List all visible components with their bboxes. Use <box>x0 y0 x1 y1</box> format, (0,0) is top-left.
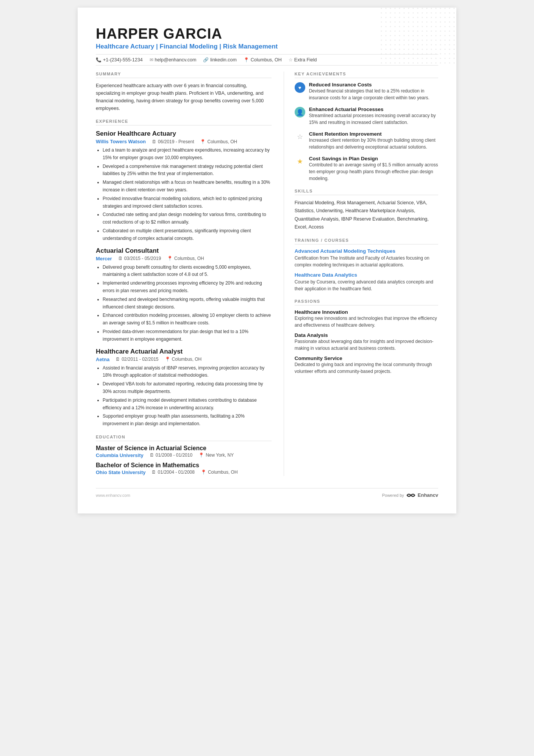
contact-phone: 📞 +1-(234)-555-1234 <box>96 57 143 63</box>
candidate-title: Healthcare Actuary | Financial Modeling … <box>96 43 438 50</box>
job-location-1: 📍 Columbus, OH <box>200 139 237 144</box>
achievement-3: ☆ Client Retention Improvement Increased… <box>295 131 438 150</box>
skills-section-title: SKILLS <box>295 189 438 195</box>
cal-edu-2: 🗓 <box>151 470 156 475</box>
star-icon: ☆ <box>289 57 293 63</box>
enhancv-logo-icon <box>406 492 415 498</box>
contact-email: ✉ help@enhancv.com <box>150 57 197 63</box>
edu-school-1: Columbia University <box>96 452 144 458</box>
experience-section-title: EXPERIENCE <box>96 119 272 125</box>
training-desc-2: Course by Coursera, covering advanced da… <box>295 279 438 292</box>
job-title-2: Actuarial Consultant <box>96 247 272 255</box>
achievement-title-2: Enhanced Actuarial Processes <box>309 106 438 112</box>
candidate-name: HARPER GARCIA <box>96 26 438 42</box>
job-location-2: 📍 Columbus, OH <box>167 256 204 261</box>
link-icon: 🔗 <box>203 57 209 63</box>
passion-desc-1: Exploring new innovations and technologi… <box>295 315 438 329</box>
edu-degree-2: Bachelor of Science in Mathematics <box>96 462 272 469</box>
footer-brand: Powered by Enhancv <box>382 492 438 498</box>
summary-text: Experienced healthcare actuary with over… <box>96 82 272 112</box>
job-dates-2: 🗓 03/2015 - 05/2019 <box>118 256 161 261</box>
edu-location-1: 📍 New York, NY <box>198 452 234 458</box>
achievement-icon-4: ★ <box>295 156 305 167</box>
job-bullets-3: Assisted in financial analysis of IBNP r… <box>96 365 272 428</box>
edu-meta-2: Ohio State University 🗓 01/2004 - 01/200… <box>96 470 272 475</box>
job-bullets-2: Delivered group benefit consulting for c… <box>96 264 272 343</box>
job-company-3: Aetna <box>96 357 109 362</box>
achievements-section-title: KEY ACHIEVEMENTS <box>295 72 438 78</box>
achievement-4: ★ Cost Savings in Plan Design Contribute… <box>295 156 438 182</box>
bullet: Delivered group benefit consulting for c… <box>103 264 272 279</box>
edu-meta-1: Columbia University 🗓 01/2008 - 01/2010 … <box>96 452 272 458</box>
job-title-1: Senior Healthcare Actuary <box>96 130 272 138</box>
pin-icon-2: 📍 <box>167 256 173 261</box>
bullet: Researched and developed benchmarking re… <box>103 296 272 311</box>
achievement-title-4: Cost Savings in Plan Design <box>309 156 438 161</box>
achievement-content-2: Enhanced Actuarial Processes Streamlined… <box>309 106 438 126</box>
edu-dates-2: 🗓 01/2004 - 01/2008 <box>151 470 194 475</box>
job-meta-1: Willis Towers Watson 🗓 06/2019 - Present… <box>96 139 272 144</box>
passion-desc-2: Passionate about leveraging data for ins… <box>295 338 438 352</box>
location-icon: 📍 <box>244 57 249 63</box>
cal-icon-3: 🗓 <box>116 357 120 362</box>
cal-icon-2: 🗓 <box>118 256 123 261</box>
email-icon: ✉ <box>150 57 153 63</box>
achievement-content-4: Cost Savings in Plan Design Contributed … <box>309 156 438 182</box>
job-company-1: Willis Towers Watson <box>96 139 146 144</box>
achievement-title-1: Reduced Insurance Costs <box>309 82 438 88</box>
contact-location: 📍 Columbus, OH <box>244 57 282 63</box>
cal-edu-1: 🗓 <box>150 452 154 458</box>
achievement-1: ♥ Reduced Insurance Costs Devised financ… <box>295 82 438 101</box>
page-footer: www.enhancv.com Powered by Enhancv <box>96 488 438 498</box>
powered-by-label: Powered by <box>382 493 404 498</box>
footer-website: www.enhancv.com <box>96 493 130 498</box>
bullet: Implemented underwriting processes impro… <box>103 280 272 295</box>
bullet: Provided data-driven recommendations for… <box>103 328 272 343</box>
achievement-desc-1: Devised financial strategies that led to… <box>309 88 438 101</box>
pin-icon-1: 📍 <box>200 139 206 144</box>
passions-section-title: PASSIONS <box>295 299 438 305</box>
bullet: Conducted rate setting and plan design m… <box>103 211 272 226</box>
bullet: Assisted in financial analysis of IBNP r… <box>103 365 272 380</box>
achievement-2: 👤 Enhanced Actuarial Processes Streamlin… <box>295 106 438 126</box>
right-column: KEY ACHIEVEMENTS ♥ Reduced Insurance Cos… <box>284 72 438 476</box>
job-location-3: 📍 Columbus, OH <box>165 357 202 362</box>
achievement-title-3: Client Retention Improvement <box>309 131 438 137</box>
resume-page: HARPER GARCIA Healthcare Actuary | Finan… <box>78 8 456 513</box>
edu-location-2: 📍 Columbus, OH <box>201 470 238 475</box>
contact-linkedin: 🔗 linkedin.com <box>203 57 236 63</box>
job-meta-2: Mercer 🗓 03/2015 - 05/2019 📍 Columbus, O… <box>96 256 272 261</box>
passion-title-2: Data Analysis <box>295 332 438 338</box>
skills-text: Financial Modeling, Risk Management, Act… <box>295 199 438 231</box>
contact-extra: ☆ Extra Field <box>289 57 317 63</box>
job-title-3: Healthcare Actuarial Analyst <box>96 348 272 355</box>
summary-section-title: SUMMARY <box>96 72 272 78</box>
bullet: Collaborated on multiple client presenta… <box>103 227 272 243</box>
bullet: Developed a comprehensive risk managemen… <box>103 163 272 178</box>
pin-edu-1: 📍 <box>198 452 204 458</box>
body-columns: SUMMARY Experienced healthcare actuary w… <box>96 72 438 476</box>
bullet: Supported employer group health plan ass… <box>103 413 272 428</box>
achievement-content-1: Reduced Insurance Costs Devised financia… <box>309 82 438 101</box>
training-desc-1: Certification from The Institute and Fac… <box>295 255 438 268</box>
education-section-title: EDUCATION <box>96 435 272 441</box>
bullet: Developed VBA tools for automated report… <box>103 380 272 396</box>
left-column: SUMMARY Experienced healthcare actuary w… <box>96 72 272 476</box>
bullet: Provided innovative financial modelling … <box>103 195 272 210</box>
edu-school-2: Ohio State University <box>96 470 145 475</box>
bullet: Participated in pricing model developmen… <box>103 397 272 412</box>
passion-title-1: Healthcare Innovation <box>295 309 438 315</box>
achievement-desc-4: Contributed to an average saving of $1.5… <box>309 161 438 182</box>
training-title-1: Advanced Actuarial Modeling Techniques <box>295 248 438 254</box>
footer-brand-name: Enhancv <box>418 492 438 498</box>
achievement-content-3: Client Retention Improvement Increased c… <box>309 131 438 150</box>
edu-degree-1: Master of Science in Actuarial Science <box>96 445 272 452</box>
job-company-2: Mercer <box>96 256 112 261</box>
achievement-desc-3: Increased client retention by 30% throug… <box>309 137 438 150</box>
bullet: Led a team to analyze and project health… <box>103 147 272 162</box>
bullet: Enhanced contribution modeling processes… <box>103 312 272 327</box>
job-dates-3: 🗓 02/2011 - 02/2015 <box>116 357 158 362</box>
job-dates-1: 🗓 06/2019 - Present <box>152 139 194 144</box>
bullet: Managed client relationships with a focu… <box>103 179 272 194</box>
achievement-icon-2: 👤 <box>295 107 305 117</box>
